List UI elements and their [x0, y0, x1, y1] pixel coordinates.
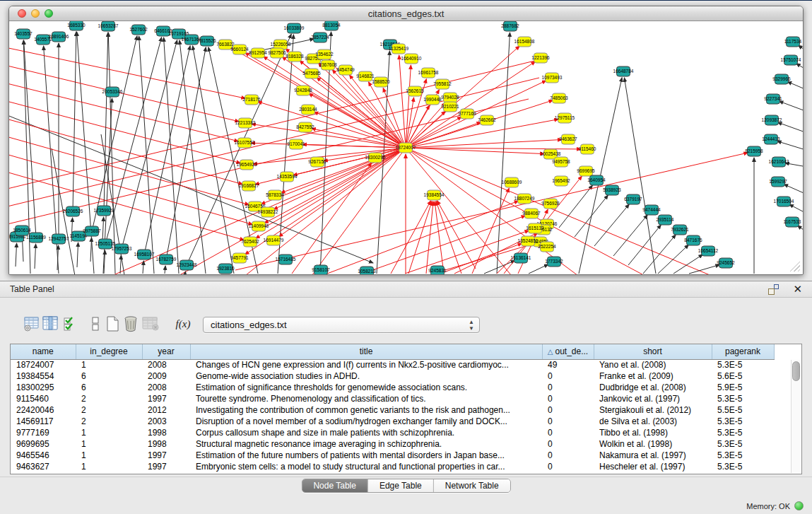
delete-rows-icon[interactable] [122, 315, 140, 333]
graph-node[interactable]: 5938923 [603, 185, 621, 195]
graph-node[interactable]: 1058213 [358, 267, 376, 274]
graph-node[interactable]: 11156889 [26, 233, 46, 243]
graph-node[interactable]: 16648784 [613, 66, 634, 76]
graph-node[interactable]: 16782759 [156, 255, 177, 264]
tab-network-table[interactable]: Network Table [434, 479, 510, 492]
graph-node[interactable]: 19166827 [239, 181, 259, 191]
column-header-year[interactable]: year [142, 344, 190, 359]
tab-node-table[interactable]: Node Table [302, 479, 368, 492]
graph-node[interactable]: 1773342 [545, 257, 563, 267]
graph-node[interactable]: 9463627 [559, 134, 577, 144]
graph-node[interactable]: 9756928 [541, 199, 560, 209]
select-all-icon[interactable] [61, 315, 79, 333]
network-window-titlebar[interactable]: citations_edges.txt [9, 6, 803, 21]
graph-node[interactable]: 16961758 [418, 68, 439, 78]
graph-node[interactable]: 14353594 [277, 172, 298, 182]
graph-node[interactable]: 8186328 [286, 52, 304, 62]
scrollbar-thumb[interactable] [792, 361, 800, 381]
graph-node[interactable]: 1588520 [372, 77, 390, 87]
table-row[interactable]: 977716911998Corpus callosum shape and si… [11, 427, 792, 438]
graph-node[interactable]: 16958107 [134, 250, 155, 259]
graph-node[interactable]: 9884067 [522, 209, 541, 218]
graph-node[interactable]: 12923448 [177, 260, 197, 270]
graph-node[interactable]: 9794028 [441, 93, 459, 103]
graph-node[interactable]: 12975115 [555, 113, 575, 123]
graph-node[interactable]: 12213383 [235, 118, 256, 128]
show-columns-icon[interactable] [41, 315, 59, 333]
graph-node[interactable]: 8813054 [322, 21, 341, 30]
graph-node[interactable]: 1990448 [423, 95, 442, 105]
graph-node[interactable]: 6379197 [624, 194, 642, 204]
graph-node[interactable]: 9474444 [642, 205, 661, 215]
column-header-in_degree[interactable]: in_degree [76, 344, 142, 359]
graph-node[interactable]: 1354622 [315, 49, 334, 59]
table-row[interactable]: 2242004622012Investigating the contribut… [11, 404, 792, 416]
graph-node[interactable]: 1850614 [13, 226, 31, 235]
graph-node[interactable]: 9457791 [230, 253, 249, 263]
column-header-name[interactable]: name [11, 344, 76, 359]
graph-node[interactable]: 2887682 [501, 21, 519, 31]
graph-node[interactable]: 2803144 [299, 105, 317, 115]
graph-node[interactable]: 8912954 [249, 48, 267, 58]
graph-node[interactable]: 1923810 [216, 264, 235, 274]
graph-node[interactable]: 1117534 [784, 37, 802, 47]
graph-node[interactable]: 16914479 [264, 235, 284, 245]
graph-node[interactable]: 1221396 [531, 53, 550, 63]
column-header-title[interactable]: title [190, 344, 542, 359]
graph-node[interactable]: 1403557 [14, 29, 33, 39]
graph-node[interactable]: 1562615 [406, 86, 424, 96]
graph-node[interactable]: 1244413 [762, 134, 780, 144]
graph-node[interactable]: 1685330 [67, 21, 86, 30]
graph-node[interactable]: 9245652 [717, 258, 735, 268]
graph-node[interactable]: 9827506 [268, 48, 286, 58]
graph-node[interactable]: 9115460 [579, 144, 596, 154]
new-table-icon[interactable] [103, 315, 122, 333]
function-builder-icon[interactable]: f(x) [174, 315, 192, 333]
graph-node[interactable]: 8427552 [296, 122, 314, 132]
graph-node[interactable]: 5878334 [266, 190, 284, 200]
clear-selection-icon[interactable] [86, 315, 105, 333]
graph-node[interactable]: 16154808 [514, 37, 535, 47]
graph-node[interactable]: 17359928 [94, 206, 114, 216]
table-row[interactable]: 1456911722003Disruption of a novel membe… [11, 416, 792, 427]
graph-node[interactable]: 8215958 [745, 146, 763, 156]
graph-node[interactable]: 12942757 [49, 234, 69, 244]
graph-node[interactable]: 1527602 [129, 25, 148, 35]
graph-node[interactable]: 16210643 [769, 157, 789, 167]
column-header-short[interactable]: short [594, 344, 712, 359]
graph-node[interactable]: 7462662 [478, 115, 496, 125]
graph-node[interactable]: 9975887 [83, 226, 101, 236]
graph-node[interactable]: 19384554 [424, 190, 445, 200]
graph-node[interactable]: 1965492 [552, 176, 570, 186]
table-row[interactable]: 969969511998Structural magnetic resonanc… [11, 438, 792, 450]
graph-node[interactable]: 1615132 [526, 223, 544, 233]
table-row[interactable]: 1830029562008Estimation of significance … [11, 382, 792, 393]
graph-node[interactable]: 9267150 [308, 157, 326, 167]
graph-node[interactable]: 10654112 [698, 246, 719, 256]
graph-node[interactable]: 7932621 [671, 225, 689, 235]
graph-node[interactable]: 9245831 [428, 266, 447, 274]
table-row[interactable]: 946554611997Estimation of the future num… [11, 450, 792, 461]
graph-node[interactable]: 9210221 [441, 102, 459, 112]
graph-node[interactable]: 8454749 [336, 65, 355, 75]
graph-node[interactable]: 10653287 [98, 21, 119, 31]
graph-node[interactable]: 9495758 [552, 157, 570, 167]
graph-node[interactable]: 2935114 [657, 215, 674, 225]
graph-node[interactable]: 9242848 [294, 86, 312, 95]
delete-table-icon[interactable] [141, 315, 160, 333]
float-panel-icon[interactable] [768, 284, 779, 295]
graph-node[interactable]: 9158107 [312, 265, 330, 274]
graph-node[interactable]: 9777169 [458, 109, 476, 119]
graph-node[interactable]: 2367608 [319, 60, 337, 70]
graph-node[interactable]: 9660124 [230, 45, 249, 54]
graph-node[interactable]: 2522254 [538, 242, 556, 252]
table-row[interactable]: 1938455462009Genome-wide association stu… [11, 370, 792, 382]
column-header-out_de[interactable]: △out_de... [542, 344, 594, 359]
graph-node[interactable]: 9170041 [287, 139, 305, 149]
tab-edge-table[interactable]: Edge Table [368, 479, 434, 492]
table-row[interactable]: 1872400712008Changes of HCN gene express… [11, 359, 792, 370]
graph-node[interactable]: 8471676 [684, 235, 702, 245]
graph-node[interactable]: 1599297 [769, 177, 787, 187]
network-canvas[interactable]: 1403557140557220891406168533010653287152… [9, 21, 803, 274]
graph-node[interactable]: 10688609 [502, 177, 522, 187]
